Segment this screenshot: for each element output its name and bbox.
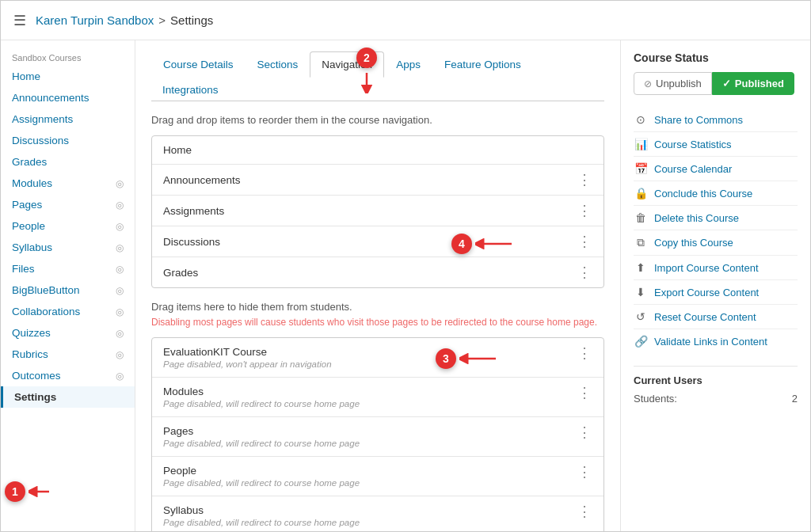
sidebar-item-files[interactable]: Files◎ (1, 258, 135, 279)
sidebar-item-grades[interactable]: Grades (1, 151, 135, 173)
tab-sections[interactable]: Sections (246, 51, 310, 78)
sidebar-item-collaborations[interactable]: Collaborations◎ (1, 301, 135, 322)
hamburger-icon[interactable]: ☰ (13, 12, 26, 29)
hidden-item-dots-modules[interactable]: ⋮ (577, 386, 592, 400)
sidebar-visibility-icon-modules: ◎ (116, 178, 124, 189)
tab-course-details[interactable]: Course Details (151, 51, 246, 78)
sidebar-item-outcomes[interactable]: Outcomes◎ (1, 365, 135, 386)
sidebar-label-discussions: Discussions (12, 135, 69, 146)
action-icon-course-statistics: 📊 (634, 138, 648, 150)
hidden-item-text-modules: ModulesPage disabled, will redirect to c… (163, 386, 360, 408)
action-export-content[interactable]: ⬇Export Course Content (634, 280, 798, 305)
hidden-item-dots-syllabus[interactable]: ⋮ (577, 504, 592, 519)
hidden-item-text-syllabus: SyllabusPage disabled, will redirect to … (163, 504, 360, 527)
sidebar-item-modules[interactable]: Modules◎ (1, 173, 135, 194)
sidebar-visibility-icon-pages: ◎ (116, 200, 124, 211)
nav-item-name-announcements: Announcements (163, 174, 241, 186)
action-copy-course[interactable]: ⧉Copy this Course (634, 230, 798, 256)
hidden-item-dots-evaluationkit[interactable]: ⋮ (577, 346, 592, 360)
action-share-commons[interactable]: ⊙Share to Commons (634, 108, 798, 132)
action-label-share-commons: Share to Commons (654, 114, 743, 126)
hidden-item-people[interactable]: PeoplePage disabled, will redirect to co… (152, 457, 603, 496)
arrow-2 (361, 70, 372, 93)
hidden-item-desc-modules: Page disabled, will redirect to course h… (163, 399, 360, 408)
sidebar-item-announcements[interactable]: Announcements (1, 87, 135, 108)
sidebar-label-files: Files (12, 263, 35, 275)
sidebar-section-label: Sandbox Courses (1, 48, 135, 66)
action-label-import-content: Import Course Content (654, 262, 759, 274)
hidden-item-dots-people[interactable]: ⋮ (577, 465, 592, 479)
nav-item-dots-announcements[interactable]: ⋮ (577, 173, 592, 187)
sandbox-link[interactable]: Karen Turpin Sandbox (36, 13, 154, 27)
hidden-section-sublabel: Disabling most pages will cause students… (151, 316, 604, 329)
published-button[interactable]: ✓ Published (712, 72, 794, 95)
hidden-item-modules[interactable]: ModulesPage disabled, will redirect to c… (152, 378, 603, 417)
hidden-item-desc-syllabus: Page disabled, will redirect to course h… (163, 518, 360, 527)
sidebar-visibility-icon-syllabus: ◎ (116, 242, 124, 253)
published-label: Published (735, 78, 784, 89)
sidebar-item-syllabus[interactable]: Syllabus◎ (1, 237, 135, 258)
annotation-badge-2: 2 (356, 48, 377, 68)
nav-item-dots-discussions[interactable]: ⋮ (577, 234, 592, 249)
sidebar-label-syllabus: Syllabus (12, 241, 52, 253)
unpublish-button[interactable]: ⊘ Unpublish (634, 72, 712, 95)
hidden-item-name-modules: Modules (163, 386, 360, 397)
hidden-item-dots-pages[interactable]: ⋮ (577, 425, 592, 439)
sidebar-visibility-icon-bigbluebutton: ◎ (116, 285, 124, 296)
action-course-statistics[interactable]: 📊Course Statistics (634, 132, 798, 157)
action-delete-course[interactable]: 🗑Delete this Course (634, 206, 798, 230)
tab-apps[interactable]: Apps (384, 51, 432, 78)
action-label-export-content: Export Course Content (654, 287, 759, 298)
arrow-3 (459, 353, 499, 364)
nav-item-dots-grades[interactable]: ⋮ (577, 265, 592, 279)
tab-integrations[interactable]: Integrations (151, 79, 604, 101)
sidebar-visibility-icon-people: ◎ (116, 221, 124, 232)
hidden-item-syllabus[interactable]: SyllabusPage disabled, will redirect to … (152, 496, 603, 531)
actions-list: ⊙Share to Commons📊Course Statistics📅Cour… (634, 108, 798, 353)
nav-item-name-discussions: Discussions (163, 236, 220, 248)
sidebar-item-discussions[interactable]: Discussions (1, 130, 135, 151)
nav-item-announcements[interactable]: Announcements⋮ (152, 165, 603, 196)
action-reset-content[interactable]: ↺Reset Course Content (634, 305, 798, 329)
sidebar-item-assignments[interactable]: Assignments (1, 108, 135, 130)
sidebar-label-settings: Settings (14, 391, 56, 403)
sidebar-label-home: Home (12, 70, 40, 82)
sidebar-visibility-icon-collaborations: ◎ (116, 306, 124, 317)
nav-item-assignments[interactable]: Assignments⋮ (152, 196, 603, 226)
action-icon-share-commons: ⊙ (634, 113, 648, 126)
action-validate-links[interactable]: 🔗Validate Links in Content (634, 329, 798, 353)
action-conclude-course[interactable]: 🔒Conclude this Course (634, 181, 798, 206)
nav-item-dots-assignments[interactable]: ⋮ (577, 203, 592, 218)
hidden-item-pages[interactable]: PagesPage disabled, will redirect to cou… (152, 417, 603, 457)
hidden-item-text-evaluationkit: EvaluationKIT CoursePage disabled, won't… (163, 346, 332, 369)
action-course-calendar[interactable]: 📅Course Calendar (634, 157, 798, 181)
action-import-content[interactable]: ⬆Import Course Content (634, 256, 798, 280)
nav-item-grades[interactable]: Grades⋮ (152, 257, 603, 287)
nav-item-home[interactable]: Home (152, 136, 603, 165)
sidebar-visibility-icon-outcomes: ◎ (116, 370, 124, 382)
annotation-badge-1: 1 (5, 481, 25, 502)
sidebar-item-pages[interactable]: Pages◎ (1, 194, 135, 215)
sidebar-label-rubrics: Rubrics (12, 348, 48, 360)
hidden-item-name-people: People (163, 465, 360, 477)
sidebar-item-home[interactable]: Home (1, 66, 135, 87)
current-users-title: Current Users (634, 374, 798, 386)
hidden-item-name-syllabus: Syllabus (163, 504, 360, 516)
tab-feature-options[interactable]: Feature Options (432, 51, 533, 78)
hidden-item-text-pages: PagesPage disabled, will redirect to cou… (163, 425, 360, 448)
hidden-nav-list: EvaluationKIT CoursePage disabled, won't… (151, 337, 604, 531)
sidebar-item-bigbluebutton[interactable]: BigBlueButton◎ (1, 279, 135, 301)
right-sidebar: Course Status ⊘ Unpublish ✓ Published ⊙S… (620, 40, 810, 531)
nav-item-discussions[interactable]: Discussions⋮ (152, 226, 603, 257)
action-icon-conclude-course: 🔒 (634, 187, 648, 200)
sidebar-label-people: People (12, 220, 45, 232)
sidebar-item-people[interactable]: People◎ (1, 215, 135, 237)
sidebar-item-rubrics[interactable]: Rubrics◎ (1, 344, 135, 365)
course-status-title: Course Status (634, 51, 798, 64)
action-icon-validate-links: 🔗 (634, 335, 648, 348)
sidebar-label-bigbluebutton: BigBlueButton (12, 284, 80, 296)
sidebar-item-quizzes[interactable]: Quizzes◎ (1, 322, 135, 344)
hidden-item-evaluationkit[interactable]: EvaluationKIT CoursePage disabled, won't… (152, 338, 603, 378)
sidebar-item-settings[interactable]: Settings (1, 386, 135, 408)
action-label-conclude-course: Conclude this Course (654, 188, 752, 200)
